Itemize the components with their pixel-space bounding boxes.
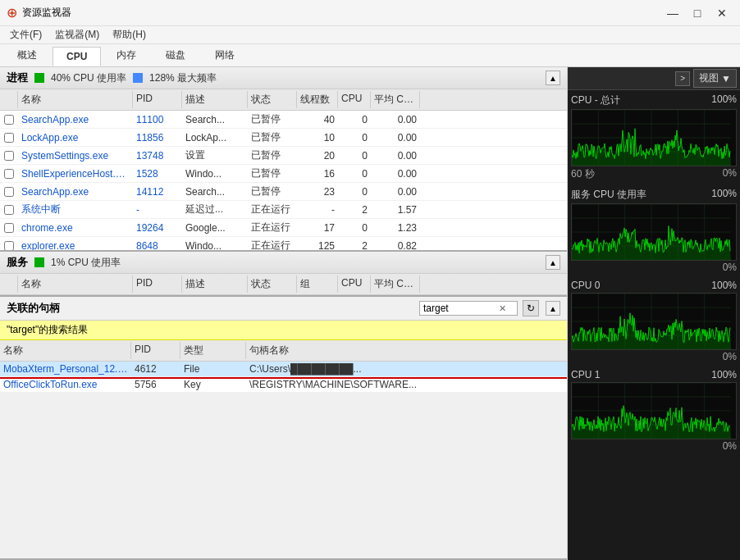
- sth-avgcpu[interactable]: 平均 CPU: [371, 275, 420, 293]
- sth-checkbox[interactable]: [0, 275, 18, 293]
- row-name: SearchApp.exe: [18, 112, 133, 127]
- row-threads: 40: [297, 112, 338, 127]
- row-desc: LockAp...: [182, 130, 248, 145]
- cpu-total-canvas: [572, 110, 731, 166]
- close-button[interactable]: ✕: [710, 3, 733, 23]
- menu-file[interactable]: 文件(F): [3, 26, 48, 43]
- cpu-total-chart-section: CPU - 总计 100% 60 秒 0%: [568, 90, 740, 184]
- row-status: 已暂停: [248, 183, 297, 200]
- hth-pid[interactable]: PID: [131, 342, 180, 359]
- row-checkbox[interactable]: [0, 167, 18, 180]
- process-cpu-usage: 40% CPU 使用率: [51, 71, 126, 85]
- handle-collapse-button[interactable]: ▲: [546, 301, 560, 316]
- row-avgcpu: 0.00: [371, 148, 420, 163]
- table-row[interactable]: explorer.exe 8648 Windo... 正在运行 125 2 0.…: [0, 237, 567, 250]
- row-checkbox[interactable]: [0, 185, 18, 198]
- cpu1-chart: [571, 382, 737, 439]
- row-cpu: 0: [338, 166, 371, 181]
- sth-desc[interactable]: 描述: [182, 275, 248, 293]
- tab-disk[interactable]: 磁盘: [152, 44, 199, 66]
- row-pid: 19264: [133, 221, 182, 235]
- row-threads: 125: [297, 239, 338, 251]
- handle-table-row[interactable]: OfficeClickToRun.exe 5756 Key \REGISTRY\…: [0, 377, 567, 393]
- menu-help[interactable]: 帮助(H): [106, 26, 153, 43]
- process-table-header: 名称 PID 描述 状态 线程数 CPU 平均 CPU: [0, 89, 567, 111]
- row-avgcpu: 0.82: [371, 239, 420, 251]
- row-cpu: 0: [338, 221, 371, 235]
- th-threads[interactable]: 线程数: [297, 91, 338, 108]
- search-clear-icon[interactable]: ✕: [499, 303, 506, 314]
- th-avgcpu[interactable]: 平均 CPU: [371, 91, 420, 108]
- cpu1-chart-section: CPU 1 100% 0%: [568, 366, 740, 455]
- sth-pid[interactable]: PID: [133, 275, 182, 293]
- service-collapse-button[interactable]: ▲: [546, 255, 560, 270]
- restore-button[interactable]: □: [686, 3, 709, 23]
- table-row[interactable]: LockApp.exe 11856 LockAp... 已暂停 10 0 0.0…: [0, 129, 567, 147]
- table-row[interactable]: ShellExperienceHost.exe 1528 Windo... 已暂…: [0, 165, 567, 183]
- view-button[interactable]: 视图 ▼: [693, 69, 737, 88]
- row-checkbox[interactable]: [0, 131, 18, 144]
- search-input-wrapper[interactable]: ✕: [419, 301, 518, 316]
- row-pid: 8648: [133, 239, 182, 251]
- right-charts-scroll[interactable]: CPU - 总计 100% 60 秒 0% 服务 CPU 使用率 100%: [568, 90, 740, 560]
- row-status: 已暂停: [248, 129, 297, 146]
- row-avgcpu: 1.57: [371, 203, 420, 217]
- th-status[interactable]: 状态: [248, 91, 297, 108]
- row-end: [420, 226, 432, 230]
- row-status: 正在运行: [248, 219, 297, 236]
- sth-status[interactable]: 状态: [248, 275, 297, 293]
- th-pid[interactable]: PID: [133, 91, 182, 108]
- row-checkbox[interactable]: [0, 239, 18, 251]
- tab-cpu[interactable]: CPU: [53, 47, 101, 66]
- sth-name[interactable]: 名称: [18, 275, 133, 293]
- handle-table-row[interactable]: MobaXterm_Personal_12.3.exe 4612 File C:…: [0, 362, 567, 377]
- sth-group[interactable]: 组: [297, 275, 338, 293]
- right-panel-header: > 视图 ▼: [568, 67, 740, 90]
- handle-search-input[interactable]: [423, 303, 497, 314]
- table-row[interactable]: chrome.exe 19264 Google... 正在运行 17 0 1.2…: [0, 219, 567, 237]
- table-row[interactable]: SearchApp.exe 14112 Search... 已暂停 23 0 0…: [0, 183, 567, 201]
- row-checkbox[interactable]: [0, 113, 18, 126]
- menu-monitor[interactable]: 监视器(M): [48, 26, 106, 43]
- row-end: [420, 190, 432, 193]
- hth-handle[interactable]: 句柄名称: [246, 342, 567, 359]
- th-desc[interactable]: 描述: [182, 91, 248, 108]
- table-row[interactable]: SystemSettings.exe 13748 设置 已暂停 20 0 0.0…: [0, 147, 567, 165]
- table-row[interactable]: SearchApp.exe 11100 Search... 已暂停 40 0 0…: [0, 111, 567, 129]
- row-name: SystemSettings.exe: [18, 148, 133, 163]
- minimize-button[interactable]: —: [661, 3, 684, 23]
- tab-memory[interactable]: 内存: [103, 44, 150, 66]
- sth-cpu[interactable]: CPU: [338, 275, 371, 293]
- row-avgcpu: 0.00: [371, 112, 420, 127]
- table-row[interactable]: 系统中断 - 延迟过... 正在运行 - 2 1.57: [0, 201, 567, 219]
- hth-type[interactable]: 类型: [180, 342, 246, 359]
- hth-name[interactable]: 名称: [0, 342, 131, 359]
- row-desc: Search...: [182, 112, 248, 127]
- row-end: [420, 172, 432, 175]
- right-panel-expand-button[interactable]: >: [675, 71, 690, 86]
- row-checkbox[interactable]: [0, 221, 18, 234]
- row-name: SearchApp.exe: [18, 184, 133, 199]
- row-status: 正在运行: [248, 201, 297, 218]
- th-checkbox[interactable]: [0, 91, 18, 108]
- title-bar: ⊕ 资源监视器 — □ ✕: [0, 0, 740, 26]
- cpu-total-title: CPU - 总计 100%: [571, 93, 737, 107]
- cpu-total-labels: 60 秒 0%: [571, 167, 737, 181]
- handle-table-header: 名称 PID 类型 句柄名称: [0, 340, 567, 362]
- search-go-button[interactable]: ↻: [523, 300, 539, 316]
- cpu0-chart-section: CPU 0 100% 0%: [568, 276, 740, 366]
- cpu1-labels: 0%: [571, 440, 737, 452]
- th-name[interactable]: 名称: [18, 91, 133, 108]
- th-cpu[interactable]: CPU: [338, 91, 371, 108]
- row-name: 系统中断: [18, 201, 133, 218]
- tab-overview[interactable]: 概述: [3, 44, 51, 66]
- row-checkbox[interactable]: [0, 203, 18, 216]
- main-layout: 进程 40% CPU 使用率 128% 最大频率 ▲ 名称 PID 描述 状态 …: [0, 67, 740, 560]
- handle-row-handle: \REGISTRY\MACHINE\SOFTWARE...: [246, 377, 567, 392]
- process-section: 进程 40% CPU 使用率 128% 最大频率 ▲ 名称 PID 描述 状态 …: [0, 67, 567, 252]
- process-table-body: SearchApp.exe 11100 Search... 已暂停 40 0 0…: [0, 111, 567, 250]
- process-collapse-button[interactable]: ▲: [546, 71, 560, 85]
- tab-network[interactable]: 网络: [201, 44, 249, 66]
- handle-row-type: File: [180, 362, 246, 376]
- row-checkbox[interactable]: [0, 149, 18, 162]
